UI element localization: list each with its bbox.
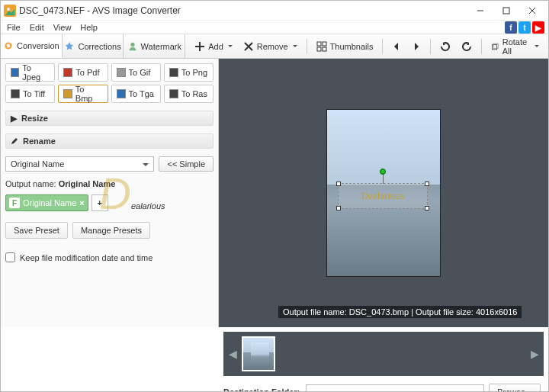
resize-handle-sw[interactable]	[336, 206, 341, 210]
destination-folder-select[interactable]	[306, 384, 484, 392]
twitter-icon[interactable]: t	[518, 21, 531, 34]
tab-conversion-label: Conversion	[17, 41, 59, 50]
tab-corrections[interactable]: Corrections	[63, 34, 124, 58]
format-tga[interactable]: To Tga	[111, 85, 161, 103]
svg-point-1	[7, 8, 10, 11]
nav-prev-button[interactable]	[387, 40, 406, 53]
add-label: Add	[208, 42, 223, 51]
caret-down-icon	[535, 45, 539, 50]
arrow-right-icon	[412, 42, 421, 51]
grid-icon	[316, 41, 327, 52]
watermark-box[interactable]: Dealarious	[338, 183, 428, 209]
preview-area: Dealarious Output file name: DSC_0473.bm…	[219, 59, 548, 327]
rotate-all-button[interactable]: Rotate All	[486, 35, 544, 58]
menu-view[interactable]: View	[50, 23, 75, 32]
format-gif[interactable]: To Gif	[111, 63, 161, 82]
rotate-left-button[interactable]	[435, 39, 455, 54]
svg-rect-8	[323, 42, 326, 46]
maximize-button[interactable]	[493, 2, 519, 19]
facebook-icon[interactable]: f	[505, 21, 517, 34]
rotate-all-label: Rotate All	[502, 37, 530, 56]
social-links: f t ▶	[505, 21, 544, 34]
thumbnail-strip: ◀ ▶	[223, 332, 544, 376]
svg-point-6	[130, 42, 134, 46]
bottom-panel: Destination Folder: Browse... 1 Images W…	[1, 376, 548, 392]
output-info-strip: Output file name: DSC_0473.bmp | Output …	[278, 306, 522, 318]
resize-section-header[interactable]: ▶ Resize	[5, 111, 214, 126]
watermark-text: Dealarious	[361, 190, 404, 202]
svg-rect-12	[493, 43, 498, 48]
toolbar-top: Conversion Corrections Watermark Add Rem…	[1, 34, 548, 59]
rotate-handle[interactable]	[380, 169, 386, 175]
simple-mode-button[interactable]: << Simple	[159, 156, 214, 172]
arrow-right-icon: ▶	[11, 114, 17, 124]
svg-rect-7	[317, 42, 321, 46]
name-tag[interactable]: F Original Name ×	[5, 194, 88, 211]
refresh-icon	[3, 40, 14, 51]
tag-f-icon: F	[9, 198, 20, 208]
menu-file[interactable]: File	[4, 23, 24, 32]
window-title: DSC_0473.NEF - AVS Image Converter	[19, 5, 467, 16]
minimize-button[interactable]	[467, 2, 493, 19]
format-grid: To Jpeg To Pdf To Gif To Png To Tiff To …	[5, 63, 214, 103]
svg-rect-3	[503, 8, 509, 14]
x-icon	[243, 41, 254, 52]
pencil-icon	[11, 137, 18, 145]
caret-down-icon	[293, 45, 297, 50]
star-icon	[64, 41, 75, 52]
app-icon	[4, 5, 16, 17]
strip-next-button[interactable]: ▶	[530, 336, 539, 372]
rotate-right-icon	[461, 41, 472, 52]
person-icon	[127, 41, 138, 52]
close-button[interactable]	[519, 2, 545, 19]
format-png[interactable]: To Png	[164, 63, 214, 82]
resize-handle-se[interactable]	[425, 206, 429, 210]
keep-date-label: Keep file modification date and time	[20, 253, 152, 262]
caret-down-icon	[228, 45, 233, 50]
format-pdf[interactable]: To Pdf	[58, 63, 108, 82]
left-panel: To Jpeg To Pdf To Gif To Png To Tiff To …	[1, 59, 219, 327]
thumbnails-button[interactable]: Thumbnails	[312, 39, 378, 54]
tab-corrections-label: Corrections	[78, 42, 120, 51]
titlebar: DSC_0473.NEF - AVS Image Converter	[1, 1, 548, 21]
thumbnail-item[interactable]	[242, 336, 275, 371]
browse-button[interactable]: Browse...	[489, 384, 541, 392]
rotate-left-icon	[440, 41, 451, 52]
output-name-label: Output name: Original Name	[5, 179, 214, 188]
format-tiff[interactable]: To Tiff	[5, 85, 55, 103]
format-jpeg[interactable]: To Jpeg	[5, 63, 55, 82]
format-bmp[interactable]: To Bmp	[58, 85, 108, 103]
save-preset-button[interactable]: Save Preset	[5, 222, 68, 239]
plus-icon	[194, 41, 205, 52]
svg-rect-10	[323, 47, 326, 51]
menubar: File Edit View Help	[1, 21, 548, 34]
rotate-all-icon	[491, 41, 499, 52]
add-button[interactable]: Add	[190, 39, 237, 54]
remove-label: Remove	[257, 42, 288, 51]
svg-rect-9	[317, 47, 321, 51]
rename-section-header[interactable]: Rename	[5, 133, 214, 149]
svg-rect-11	[492, 44, 496, 49]
keep-date-checkbox[interactable]	[5, 252, 15, 262]
thumbnails-label: Thumbnails	[330, 42, 374, 51]
tab-watermark-label: Watermark	[141, 42, 181, 51]
arrow-left-icon	[392, 42, 401, 51]
menu-edit[interactable]: Edit	[27, 23, 47, 32]
preview-image[interactable]: Dealarious	[326, 109, 441, 277]
destination-label: Destination Folder:	[223, 387, 300, 392]
rename-pattern-select[interactable]: Original Name	[5, 156, 154, 172]
tab-watermark[interactable]: Watermark	[124, 34, 185, 58]
tag-remove-icon[interactable]: ×	[79, 198, 84, 207]
remove-button[interactable]: Remove	[239, 39, 302, 54]
format-ras[interactable]: To Ras	[164, 85, 214, 103]
manage-presets-button[interactable]: Manage Presets	[72, 222, 150, 239]
resize-handle-nw[interactable]	[336, 182, 341, 186]
strip-prev-button[interactable]: ◀	[228, 336, 237, 372]
nav-next-button[interactable]	[407, 40, 425, 53]
youtube-icon[interactable]: ▶	[532, 21, 544, 34]
tab-conversion[interactable]: Conversion	[1, 34, 63, 58]
add-tag-button[interactable]: +	[92, 194, 108, 211]
rotate-right-button[interactable]	[457, 39, 477, 54]
resize-handle-ne[interactable]	[425, 182, 429, 186]
menu-help[interactable]: Help	[77, 23, 101, 32]
